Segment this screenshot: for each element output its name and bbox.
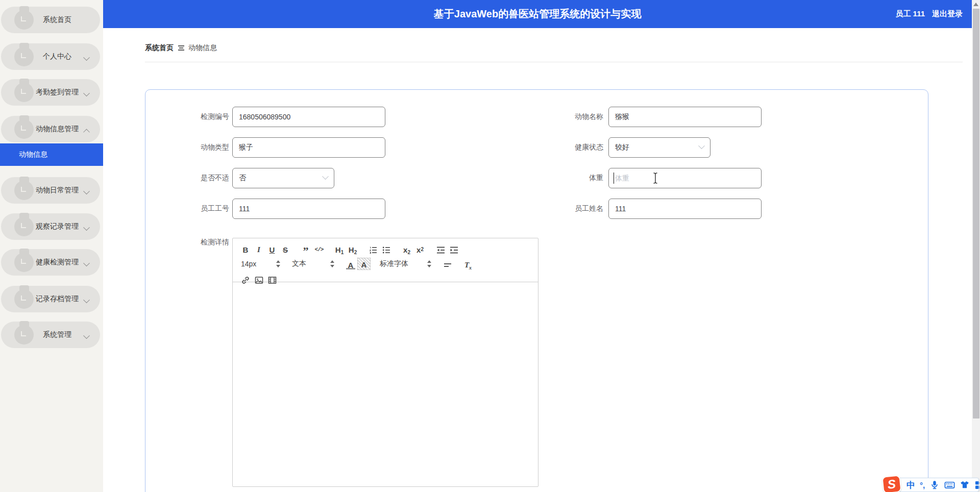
sidebar-subitem-animal-info-active[interactable]: 动物信息	[0, 143, 103, 166]
avatar-icon	[14, 47, 34, 66]
bullet-list-button[interactable]	[380, 242, 393, 255]
avatar-icon	[14, 83, 34, 102]
breadcrumb: 系统首页 动物信息	[145, 43, 217, 53]
text-caret	[614, 173, 614, 184]
punctuation-icon[interactable]: °,	[920, 481, 925, 489]
app-window: 系统首页 个人中心 考勤签到管理 动物信息管理 动物信息 动物日常管理 观察记录…	[0, 0, 980, 492]
field-detect-number: 检测编号	[153, 107, 385, 127]
keyboard-icon[interactable]	[944, 480, 955, 490]
chinese-mode-icon[interactable]: 中	[906, 481, 915, 489]
superscript-button[interactable]: x2	[413, 242, 427, 255]
italic-button[interactable]: I	[252, 242, 265, 255]
sidebar-item-animal-daily[interactable]: 动物日常管理	[1, 177, 100, 204]
current-user-label[interactable]: 员工 111	[895, 9, 925, 19]
mouse-ibeam-cursor	[652, 172, 658, 184]
health-status-select[interactable]: 较好	[608, 137, 710, 158]
animal-type-input[interactable]	[232, 137, 385, 158]
staff-name-input[interactable]	[608, 199, 762, 219]
sidebar: 系统首页 个人中心 考勤签到管理 动物信息管理 动物信息 动物日常管理 观察记录…	[0, 0, 103, 492]
rich-text-editor: B I U S ” </> H1 H2	[232, 238, 538, 487]
sidebar-item-observation[interactable]: 观察记录管理	[1, 213, 100, 240]
sidebar-item-attendance[interactable]: 考勤签到管理	[1, 79, 100, 106]
highlight-color-button[interactable]: A	[357, 258, 371, 270]
sogou-logo-icon[interactable]: S	[881, 475, 901, 492]
sidebar-item-animal-info-mgmt[interactable]: 动物信息管理	[1, 116, 100, 142]
chevron-down-icon	[84, 299, 89, 304]
chevron-down-icon	[84, 57, 89, 61]
avatar-icon	[14, 325, 34, 345]
video-button[interactable]	[265, 273, 279, 285]
chevron-down-icon	[84, 92, 89, 97]
text-color-button[interactable]: A	[344, 258, 357, 270]
vertical-scrollbar[interactable]	[972, 0, 980, 492]
scrollbar-thumb[interactable]	[973, 9, 979, 419]
align-select[interactable]	[441, 258, 454, 270]
header-1-button[interactable]: H1	[333, 242, 346, 255]
header-style-select[interactable]: 文本	[290, 259, 337, 268]
subscript-button[interactable]: x2	[400, 242, 413, 255]
chevron-down-icon	[323, 176, 328, 180]
code-block-button[interactable]: </>	[312, 242, 326, 255]
sidebar-item-profile[interactable]: 个人中心	[1, 43, 100, 70]
top-header: 基于JavaWeb的兽医站管理系统的设计与实现 员工 111 退出登录	[103, 0, 972, 28]
clean-format-button[interactable]: Tx	[461, 258, 475, 270]
breadcrumb-current: 动物信息	[188, 43, 217, 53]
field-staff-id: 员工工号	[153, 199, 385, 219]
underline-button[interactable]: U	[265, 242, 279, 255]
field-animal-type: 动物类型	[153, 137, 385, 158]
updown-arrows-icon	[427, 260, 432, 267]
toolbox-icon[interactable]	[974, 480, 980, 490]
scroll-up-arrow-icon[interactable]	[973, 3, 978, 6]
image-button[interactable]	[252, 273, 265, 285]
link-button[interactable]	[239, 273, 252, 285]
updown-arrows-icon	[330, 260, 335, 267]
outdent-button[interactable]	[434, 242, 447, 255]
breadcrumb-separator-icon	[178, 45, 184, 51]
sidebar-item-system-mgmt[interactable]: 系统管理	[1, 322, 100, 348]
field-health-status: 健康状态 较好	[527, 137, 710, 158]
avatar-icon	[14, 181, 34, 200]
main-content: 系统首页 动物信息 检测编号 动物名称 动物类型 健康状态	[103, 28, 972, 492]
font-family-select[interactable]: 标准字体	[378, 259, 434, 268]
strike-button[interactable]: S	[279, 242, 292, 255]
weight-input[interactable]	[608, 168, 762, 188]
field-animal-name: 动物名称	[527, 107, 762, 127]
sidebar-item-health-check[interactable]: 健康检测管理	[1, 249, 100, 276]
chevron-down-icon	[84, 262, 89, 267]
avatar-icon	[14, 119, 34, 139]
chevron-down-icon	[699, 145, 704, 150]
field-detect-detail: 检测详情	[153, 236, 232, 249]
chevron-up-icon	[84, 129, 89, 134]
editor-toolbar: B I U S ” </> H1 H2	[233, 238, 538, 282]
sidebar-item-home[interactable]: 系统首页	[1, 7, 100, 33]
ordered-list-button[interactable]	[366, 242, 380, 255]
skin-icon[interactable]	[960, 480, 970, 490]
avatar-icon	[14, 10, 34, 30]
field-weight: 体重	[527, 168, 762, 188]
editor-content-area[interactable]	[233, 282, 538, 486]
logout-button[interactable]: 退出登录	[932, 9, 963, 19]
animal-name-input[interactable]	[608, 107, 762, 127]
discomfort-select[interactable]: 否	[232, 168, 334, 188]
avatar-icon	[14, 289, 34, 309]
chevron-down-icon	[84, 227, 89, 231]
field-label: 检测编号	[153, 112, 232, 121]
divider	[145, 62, 963, 62]
avatar-icon	[14, 217, 34, 236]
ime-toolbar: S 中 °,	[891, 478, 979, 492]
font-size-select[interactable]: 14px	[239, 260, 283, 268]
indent-button[interactable]	[447, 242, 460, 255]
page-title: 基于JavaWeb的兽医站管理系统的设计与实现	[103, 7, 972, 21]
chevron-down-icon	[84, 190, 89, 195]
detect-number-input[interactable]	[232, 107, 385, 127]
staff-id-input[interactable]	[232, 199, 385, 219]
blockquote-button[interactable]: ”	[299, 242, 312, 255]
header-2-button[interactable]: H2	[346, 242, 359, 255]
updown-arrows-icon	[276, 260, 281, 267]
field-staff-name: 员工姓名	[527, 199, 762, 219]
sidebar-item-archive[interactable]: 记录存档管理	[1, 286, 100, 312]
microphone-icon[interactable]	[929, 480, 940, 490]
breadcrumb-home[interactable]: 系统首页	[145, 43, 174, 53]
bold-button[interactable]: B	[239, 242, 252, 255]
field-discomfort: 是否不适 否	[153, 168, 334, 188]
